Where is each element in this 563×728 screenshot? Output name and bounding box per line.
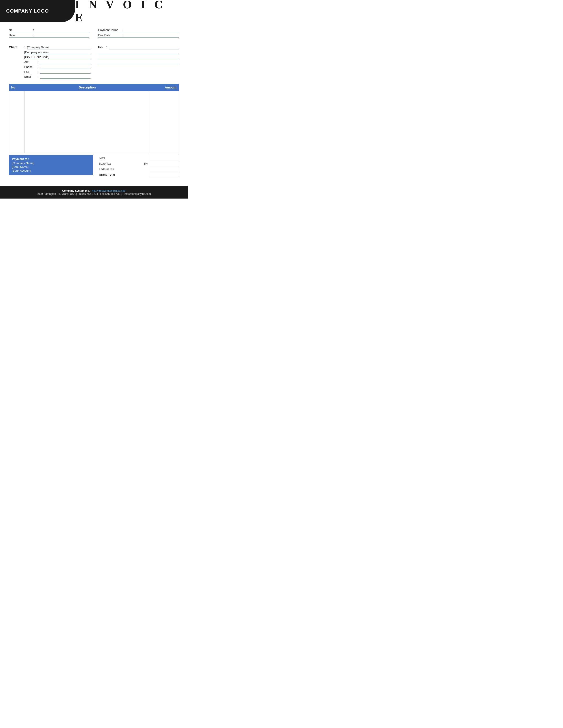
date-value	[36, 34, 89, 37]
logo-area: COMPANY LOGO	[0, 0, 75, 22]
payment-terms-label: Payment Terms	[98, 28, 122, 32]
footer-section: Payment to : [Company Name] [Bank Name] …	[0, 155, 188, 180]
invoice-title-area: I N V O I C E	[75, 0, 188, 22]
col-amount-header: Amount	[150, 84, 179, 91]
col-description-header: Description	[24, 84, 150, 91]
total-value	[150, 155, 179, 161]
job-label: Job	[97, 45, 106, 49]
payment-company: [Company Name]	[12, 161, 90, 165]
state-tax-value	[150, 161, 179, 166]
footer-company: Company System Inc.	[62, 189, 90, 192]
totals-table: Total State Tax 3% Federal Tax Grand Tot…	[97, 155, 179, 177]
row-no	[9, 91, 24, 153]
attn-value	[40, 60, 90, 64]
attn-colon: :	[38, 60, 38, 64]
job-line1	[109, 45, 179, 49]
attn-label: Attn	[24, 60, 38, 64]
client-colon: :	[24, 45, 25, 49]
job-line3	[97, 55, 179, 59]
state-tax-label: State Tax	[97, 161, 141, 166]
date-colon: :	[33, 34, 34, 37]
footer-bar: Company System Inc. | http://freewordtem…	[0, 186, 188, 199]
due-date-value	[126, 34, 179, 37]
invoice-title: I N V O I C E	[75, 0, 181, 24]
job-line2	[97, 50, 179, 54]
row-amount	[150, 91, 179, 153]
payment-title: Payment to :	[12, 157, 90, 161]
payment-terms-row: Payment Terms :	[98, 28, 179, 32]
client-company-name: [Company Name]	[27, 45, 90, 49]
footer-url[interactable]: http://freewordtemplates.net/	[92, 189, 125, 192]
total-label: Total	[97, 155, 141, 161]
federal-tax-pct	[141, 166, 150, 172]
email-value	[40, 75, 90, 79]
state-tax-row: State Tax 3%	[97, 161, 179, 166]
date-row: Date :	[9, 34, 89, 38]
client-area: Client : [Company Name] [Company Address…	[9, 45, 90, 79]
federal-tax-label: Federal Tax	[97, 166, 141, 172]
table-row	[9, 91, 179, 153]
footer-line2: 8030 Harrington Rd, Miami, USA | Ph 555-…	[2, 192, 185, 195]
date-label: Date	[9, 34, 33, 37]
client-job-section: Client : [Company Name] [Company Address…	[0, 41, 188, 82]
due-date-row: Due Date :	[98, 34, 179, 38]
job-header-row: Job :	[97, 45, 179, 49]
federal-tax-row: Federal Tax	[97, 166, 179, 172]
invoice-table: No Description Amount	[9, 84, 179, 153]
fax-label: Fax	[24, 70, 38, 73]
payment-terms-colon: :	[122, 28, 123, 32]
totals-section: Total State Tax 3% Federal Tax Grand Tot…	[97, 155, 179, 177]
no-colon: :	[33, 28, 34, 32]
logo-text: COMPANY LOGO	[4, 8, 49, 14]
info-section: No : Date : Payment Terms : Due Date :	[0, 22, 188, 41]
footer-line1: Company System Inc. | http://freewordtem…	[2, 189, 185, 192]
grand-total-value	[150, 172, 179, 177]
client-header-row: Client : [Company Name]	[9, 45, 90, 49]
grand-total-label: Grand Total	[97, 172, 141, 177]
grand-total-pct	[141, 172, 150, 177]
grand-total-row: Grand Total	[97, 172, 179, 177]
job-area: Job :	[97, 45, 179, 79]
client-company-address: [Company Address]	[24, 50, 90, 54]
phone-value	[40, 65, 90, 69]
client-label: Client	[9, 45, 24, 49]
phone-label: Phone	[24, 65, 38, 69]
federal-tax-value	[150, 166, 179, 172]
total-pct	[141, 155, 150, 161]
job-colon: :	[106, 45, 107, 49]
payment-box: Payment to : [Company Name] [Bank Name] …	[9, 155, 93, 175]
client-phone-row: Phone :	[9, 65, 90, 69]
client-attn-row: Attn :	[9, 60, 90, 64]
page-header: COMPANY LOGO I N V O I C E	[0, 0, 188, 22]
email-colon: :	[38, 75, 38, 78]
due-date-colon: :	[122, 34, 123, 37]
no-label: No	[9, 28, 33, 32]
client-address-row: [Company Address]	[9, 50, 90, 54]
row-description	[24, 91, 150, 153]
col-no-header: No	[9, 84, 24, 91]
total-row: Total	[97, 155, 179, 161]
no-value	[36, 28, 89, 32]
fax-colon: :	[38, 70, 38, 73]
client-city-state-zip: [City, ST, ZIP Code]	[24, 55, 90, 59]
client-fax-row: Fax :	[9, 70, 90, 74]
payment-account: [Bank Account]	[12, 169, 90, 172]
client-city-row: [City, ST, ZIP Code]	[9, 55, 90, 59]
due-date-label: Due Date	[98, 34, 122, 37]
phone-colon: :	[38, 65, 38, 69]
no-row: No :	[9, 28, 89, 32]
payment-bank: [Bank Name]	[12, 165, 90, 169]
payment-terms-value	[126, 28, 179, 32]
job-line4	[97, 60, 179, 64]
table-section: No Description Amount	[0, 82, 188, 155]
fax-value	[40, 70, 90, 74]
state-tax-pct: 3%	[141, 161, 150, 166]
client-email-row: Email :	[9, 75, 90, 79]
email-label: Email	[24, 75, 38, 78]
